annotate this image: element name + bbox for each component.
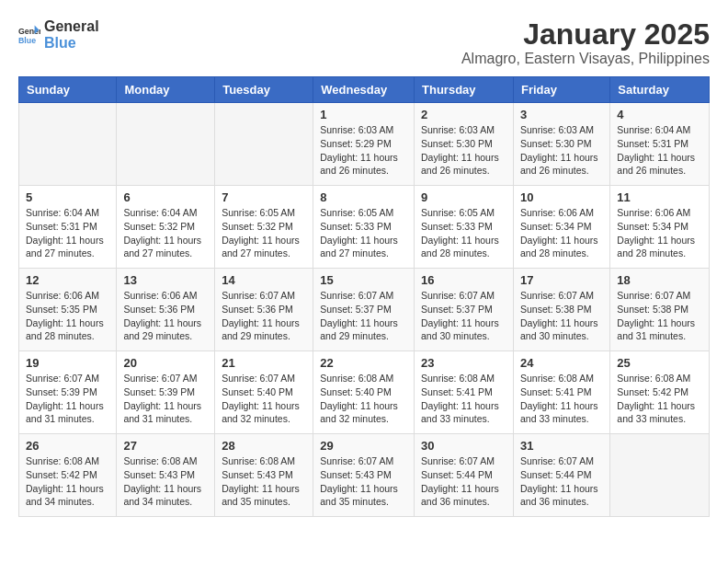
- calendar-empty-cell: [215, 103, 313, 186]
- day-number: 27: [123, 439, 208, 453]
- calendar-week-row: 5Sunrise: 6:04 AMSunset: 5:31 PMDaylight…: [19, 186, 710, 269]
- day-info: Sunrise: 6:07 AMSunset: 5:39 PMDaylight:…: [123, 372, 208, 426]
- day-number: 31: [520, 439, 603, 453]
- weekday-header-monday: Monday: [117, 77, 215, 103]
- day-number: 28: [222, 439, 306, 453]
- calendar-day-cell-8: 8Sunrise: 6:05 AMSunset: 5:33 PMDaylight…: [313, 186, 415, 269]
- calendar-week-row: 12Sunrise: 6:06 AMSunset: 5:35 PMDayligh…: [19, 269, 710, 351]
- day-info: Sunrise: 6:04 AMSunset: 5:32 PMDaylight:…: [123, 206, 208, 260]
- day-info: Sunrise: 6:07 AMSunset: 5:39 PMDaylight:…: [26, 372, 109, 426]
- day-number: 9: [421, 190, 506, 204]
- day-info: Sunrise: 6:08 AMSunset: 5:41 PMDaylight:…: [520, 372, 603, 426]
- day-info: Sunrise: 6:03 AMSunset: 5:30 PMDaylight:…: [421, 123, 506, 178]
- svg-text:Blue: Blue: [18, 35, 36, 44]
- day-info: Sunrise: 6:07 AMSunset: 5:44 PMDaylight:…: [421, 454, 506, 509]
- day-number: 2: [421, 108, 506, 121]
- day-info: Sunrise: 6:07 AMSunset: 5:38 PMDaylight:…: [617, 289, 702, 343]
- calendar-day-cell-31: 31Sunrise: 6:07 AMSunset: 5:44 PMDayligh…: [513, 434, 609, 517]
- day-number: 21: [222, 356, 306, 370]
- calendar-day-cell-27: 27Sunrise: 6:08 AMSunset: 5:43 PMDayligh…: [117, 434, 215, 517]
- day-number: 12: [26, 273, 109, 287]
- calendar-empty-cell: [117, 103, 215, 186]
- day-info: Sunrise: 6:04 AMSunset: 5:31 PMDaylight:…: [26, 206, 109, 260]
- weekday-header-thursday: Thursday: [415, 77, 514, 103]
- day-number: 25: [617, 356, 702, 370]
- day-info: Sunrise: 6:07 AMSunset: 5:37 PMDaylight:…: [421, 289, 506, 343]
- calendar-day-cell-26: 26Sunrise: 6:08 AMSunset: 5:42 PMDayligh…: [19, 434, 117, 517]
- calendar-day-cell-18: 18Sunrise: 6:07 AMSunset: 5:38 PMDayligh…: [610, 269, 710, 351]
- calendar-header-row: SundayMondayTuesdayWednesdayThursdayFrid…: [19, 77, 710, 103]
- logo-icon: General Blue: [18, 24, 40, 46]
- calendar-day-cell-30: 30Sunrise: 6:07 AMSunset: 5:44 PMDayligh…: [415, 434, 514, 517]
- calendar-day-cell-20: 20Sunrise: 6:07 AMSunset: 5:39 PMDayligh…: [117, 351, 215, 434]
- calendar-empty-cell: [19, 103, 117, 186]
- calendar-day-cell-5: 5Sunrise: 6:04 AMSunset: 5:31 PMDaylight…: [19, 186, 117, 269]
- day-number: 23: [421, 356, 506, 370]
- calendar-day-cell-23: 23Sunrise: 6:08 AMSunset: 5:41 PMDayligh…: [415, 351, 514, 434]
- day-info: Sunrise: 6:07 AMSunset: 5:43 PMDaylight:…: [320, 454, 407, 509]
- calendar-week-row: 1Sunrise: 6:03 AMSunset: 5:29 PMDaylight…: [19, 103, 710, 186]
- day-number: 17: [520, 273, 603, 287]
- day-info: Sunrise: 6:08 AMSunset: 5:43 PMDaylight:…: [222, 454, 306, 509]
- day-info: Sunrise: 6:06 AMSunset: 5:34 PMDaylight:…: [520, 206, 603, 260]
- day-info: Sunrise: 6:07 AMSunset: 5:36 PMDaylight:…: [222, 289, 306, 343]
- calendar-week-row: 19Sunrise: 6:07 AMSunset: 5:39 PMDayligh…: [19, 351, 710, 434]
- logo-general-text: General: [44, 18, 99, 35]
- calendar-day-cell-21: 21Sunrise: 6:07 AMSunset: 5:40 PMDayligh…: [215, 351, 313, 434]
- calendar-day-cell-2: 2Sunrise: 6:03 AMSunset: 5:30 PMDaylight…: [415, 103, 514, 186]
- day-info: Sunrise: 6:06 AMSunset: 5:34 PMDaylight:…: [617, 206, 702, 260]
- calendar-day-cell-10: 10Sunrise: 6:06 AMSunset: 5:34 PMDayligh…: [513, 186, 609, 269]
- day-number: 10: [520, 190, 603, 204]
- day-info: Sunrise: 6:05 AMSunset: 5:33 PMDaylight:…: [421, 206, 506, 260]
- calendar-day-cell-7: 7Sunrise: 6:05 AMSunset: 5:32 PMDaylight…: [215, 186, 313, 269]
- day-number: 14: [222, 273, 306, 287]
- day-info: Sunrise: 6:08 AMSunset: 5:41 PMDaylight:…: [421, 372, 506, 426]
- day-info: Sunrise: 6:05 AMSunset: 5:33 PMDaylight:…: [320, 206, 407, 260]
- day-number: 13: [123, 273, 208, 287]
- weekday-header-sunday: Sunday: [19, 77, 117, 103]
- weekday-header-saturday: Saturday: [610, 77, 710, 103]
- day-info: Sunrise: 6:05 AMSunset: 5:32 PMDaylight:…: [222, 206, 306, 260]
- calendar-day-cell-12: 12Sunrise: 6:06 AMSunset: 5:35 PMDayligh…: [19, 269, 117, 351]
- day-number: 15: [320, 273, 407, 287]
- day-info: Sunrise: 6:07 AMSunset: 5:44 PMDaylight:…: [520, 454, 603, 509]
- calendar-day-cell-14: 14Sunrise: 6:07 AMSunset: 5:36 PMDayligh…: [215, 269, 313, 351]
- calendar-day-cell-17: 17Sunrise: 6:07 AMSunset: 5:38 PMDayligh…: [513, 269, 609, 351]
- weekday-header-wednesday: Wednesday: [313, 77, 415, 103]
- calendar-day-cell-28: 28Sunrise: 6:08 AMSunset: 5:43 PMDayligh…: [215, 434, 313, 517]
- day-info: Sunrise: 6:08 AMSunset: 5:42 PMDaylight:…: [26, 454, 109, 509]
- day-info: Sunrise: 6:03 AMSunset: 5:29 PMDaylight:…: [320, 123, 407, 178]
- weekday-header-tuesday: Tuesday: [215, 77, 313, 103]
- day-number: 20: [123, 356, 208, 370]
- day-number: 19: [26, 356, 109, 370]
- day-number: 6: [123, 190, 208, 204]
- logo-blue-text: Blue: [44, 35, 99, 52]
- calendar-day-cell-16: 16Sunrise: 6:07 AMSunset: 5:37 PMDayligh…: [415, 269, 514, 351]
- day-number: 30: [421, 439, 506, 453]
- calendar-day-cell-15: 15Sunrise: 6:07 AMSunset: 5:37 PMDayligh…: [313, 269, 415, 351]
- calendar-day-cell-4: 4Sunrise: 6:04 AMSunset: 5:31 PMDaylight…: [610, 103, 710, 186]
- page-header: General Blue General Blue January 2025 A…: [18, 18, 710, 67]
- title-section: January 2025 Almagro, Eastern Visayas, P…: [461, 18, 710, 67]
- day-number: 18: [617, 273, 702, 287]
- day-number: 8: [320, 190, 407, 204]
- day-number: 29: [320, 439, 407, 453]
- calendar-day-cell-1: 1Sunrise: 6:03 AMSunset: 5:29 PMDaylight…: [313, 103, 415, 186]
- calendar-day-cell-29: 29Sunrise: 6:07 AMSunset: 5:43 PMDayligh…: [313, 434, 415, 517]
- logo: General Blue General Blue: [18, 18, 99, 51]
- day-info: Sunrise: 6:06 AMSunset: 5:35 PMDaylight:…: [26, 289, 109, 343]
- calendar-day-cell-13: 13Sunrise: 6:06 AMSunset: 5:36 PMDayligh…: [117, 269, 215, 351]
- day-info: Sunrise: 6:08 AMSunset: 5:42 PMDaylight:…: [617, 372, 702, 426]
- day-info: Sunrise: 6:04 AMSunset: 5:31 PMDaylight:…: [617, 123, 702, 178]
- day-info: Sunrise: 6:07 AMSunset: 5:38 PMDaylight:…: [520, 289, 603, 343]
- day-info: Sunrise: 6:06 AMSunset: 5:36 PMDaylight:…: [123, 289, 208, 343]
- day-number: 1: [320, 108, 407, 121]
- day-info: Sunrise: 6:07 AMSunset: 5:40 PMDaylight:…: [222, 372, 306, 426]
- subtitle: Almagro, Eastern Visayas, Philippines: [461, 51, 710, 67]
- calendar-day-cell-19: 19Sunrise: 6:07 AMSunset: 5:39 PMDayligh…: [19, 351, 117, 434]
- day-number: 16: [421, 273, 506, 287]
- day-info: Sunrise: 6:07 AMSunset: 5:37 PMDaylight:…: [320, 289, 407, 343]
- day-info: Sunrise: 6:03 AMSunset: 5:30 PMDaylight:…: [520, 123, 603, 178]
- calendar-day-cell-9: 9Sunrise: 6:05 AMSunset: 5:33 PMDaylight…: [415, 186, 514, 269]
- day-number: 22: [320, 356, 407, 370]
